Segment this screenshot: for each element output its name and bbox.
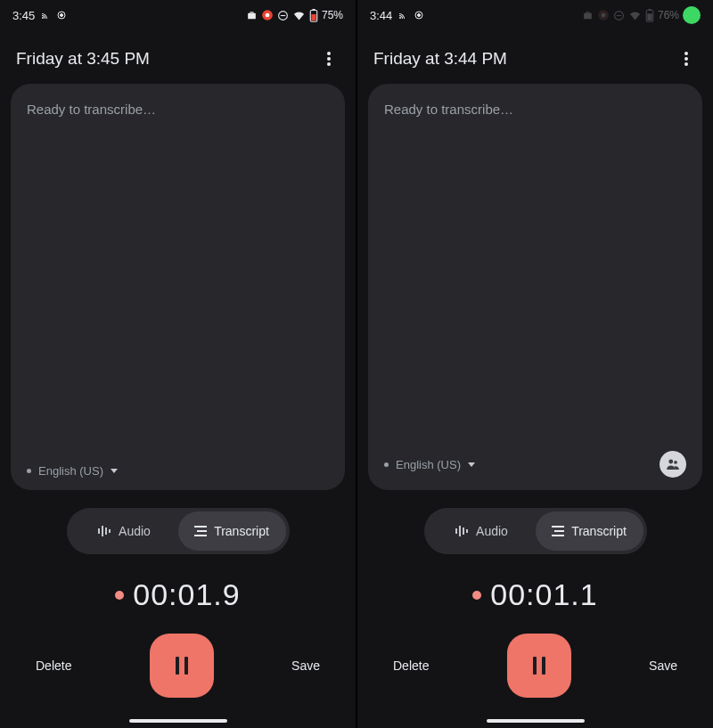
transcript-placeholder: Ready to transcribe… (27, 102, 329, 117)
tab-audio[interactable]: Audio (428, 511, 536, 551)
bullet-icon (27, 469, 31, 473)
svg-rect-36 (459, 526, 461, 536)
tab-audio-label: Audio (476, 524, 508, 538)
svg-point-10 (327, 52, 331, 55)
svg-point-20 (399, 17, 401, 19)
svg-rect-15 (105, 528, 107, 535)
battery-icon (645, 9, 654, 22)
language-label: English (US) (38, 464, 103, 478)
pause-icon (176, 657, 188, 675)
chevron-down-icon (468, 462, 475, 467)
delete-button[interactable]: Delete (36, 658, 71, 673)
save-button[interactable]: Save (649, 658, 677, 673)
svg-point-32 (684, 62, 688, 66)
recording-indicator-icon (472, 591, 481, 600)
tab-transcript-label: Transcript (571, 524, 627, 538)
status-bar: 3:44 76% (357, 0, 713, 30)
svg-point-31 (684, 57, 688, 61)
tab-audio[interactable]: Audio (70, 511, 178, 551)
status-right: 75% (246, 9, 343, 22)
wifi-icon (628, 9, 642, 22)
svg-rect-9 (311, 14, 316, 20)
list-icon (552, 526, 564, 536)
tab-audio-label: Audio (119, 524, 151, 538)
svg-rect-35 (455, 528, 457, 534)
battery-percent: 75% (322, 9, 343, 21)
timer-row: 00:01.9 (0, 577, 356, 612)
view-tabs: Audio Transcript (424, 508, 647, 554)
timer-value: 00:01.9 (133, 577, 240, 612)
timer-value: 00:01.1 (490, 577, 597, 612)
list-icon (194, 526, 207, 536)
language-selector[interactable]: English (US) (384, 458, 475, 471)
more-options-button[interactable] (676, 48, 697, 70)
cast-icon (40, 10, 51, 20)
dnd-icon (613, 10, 625, 21)
transcript-card: Ready to transcribe… English (US) (11, 84, 345, 490)
status-bar: 3:45 75% (0, 0, 356, 30)
svg-rect-16 (109, 529, 111, 533)
cast-icon (397, 10, 408, 20)
dnd-icon (277, 10, 289, 21)
status-right: 76% (582, 9, 679, 22)
svg-point-11 (327, 57, 331, 61)
battery-icon (309, 9, 318, 22)
target-icon (56, 10, 67, 20)
view-tabs: Audio Transcript (67, 508, 290, 554)
nav-handle[interactable] (129, 719, 227, 723)
svg-point-2 (61, 14, 63, 17)
waveform-icon (455, 525, 469, 537)
svg-rect-17 (194, 526, 207, 528)
timer-row: 00:01.1 (357, 577, 713, 612)
tab-transcript[interactable]: Transcript (536, 511, 643, 551)
svg-rect-40 (554, 530, 564, 532)
status-time: 3:45 (12, 9, 35, 22)
svg-rect-28 (648, 9, 651, 11)
more-vert-icon (327, 52, 331, 66)
status-time: 3:44 (370, 9, 392, 22)
briefcase-icon (582, 10, 594, 21)
svg-rect-13 (98, 528, 100, 534)
svg-point-30 (684, 52, 688, 55)
svg-point-4 (266, 13, 270, 18)
pause-icon (533, 657, 545, 675)
pause-button[interactable] (507, 634, 571, 698)
svg-rect-19 (194, 535, 207, 536)
people-icon (665, 456, 681, 472)
tab-transcript[interactable]: Transcript (178, 511, 286, 551)
waveform-icon (97, 525, 111, 537)
language-label: English (US) (396, 458, 461, 471)
battery-percent: 76% (658, 9, 679, 21)
svg-point-22 (418, 14, 421, 17)
svg-point-12 (327, 62, 331, 66)
svg-rect-29 (647, 13, 652, 20)
page-title: Friday at 3:44 PM (373, 49, 507, 69)
save-button[interactable]: Save (291, 658, 320, 673)
svg-rect-39 (552, 526, 564, 528)
svg-rect-38 (466, 529, 468, 533)
language-selector[interactable]: English (US) (27, 464, 118, 478)
svg-rect-14 (102, 526, 103, 536)
phone-screen-right: 3:44 76% (357, 0, 713, 728)
nav-handle[interactable] (487, 719, 585, 723)
speakers-button[interactable] (660, 451, 686, 478)
record-status-icon (261, 9, 274, 21)
svg-rect-18 (197, 530, 207, 532)
transcript-card: Ready to transcribe… English (US) (368, 84, 702, 490)
bullet-icon (384, 462, 389, 467)
pause-button[interactable] (150, 634, 214, 698)
svg-rect-8 (312, 9, 315, 11)
more-options-button[interactable] (318, 48, 340, 70)
privacy-indicator (683, 6, 701, 24)
svg-rect-41 (552, 535, 564, 536)
chevron-down-icon (111, 469, 118, 473)
more-vert-icon (684, 52, 688, 66)
svg-point-24 (602, 13, 606, 18)
svg-point-0 (42, 17, 44, 19)
record-status-icon (597, 9, 610, 21)
svg-point-33 (668, 460, 673, 464)
delete-button[interactable]: Delete (393, 658, 429, 673)
svg-point-34 (674, 461, 677, 464)
briefcase-icon (246, 10, 258, 21)
phone-screen-left: 3:45 75% (0, 0, 356, 728)
